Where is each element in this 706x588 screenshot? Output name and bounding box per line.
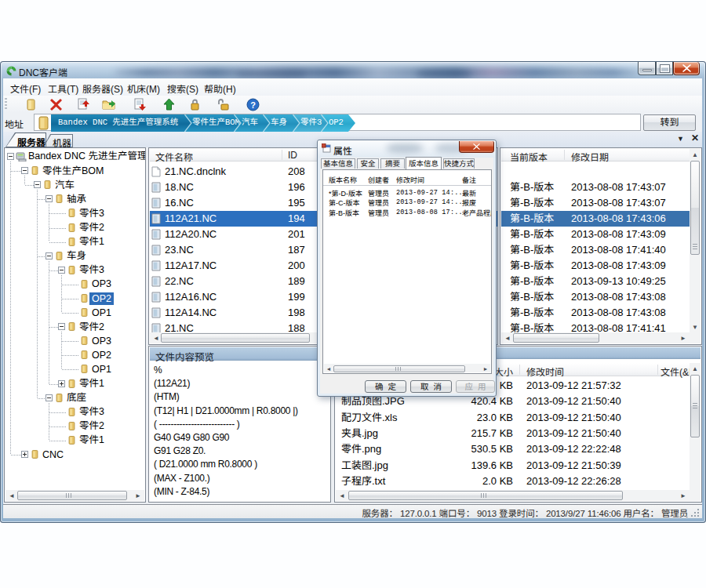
svg-text:?: ? <box>250 100 256 110</box>
